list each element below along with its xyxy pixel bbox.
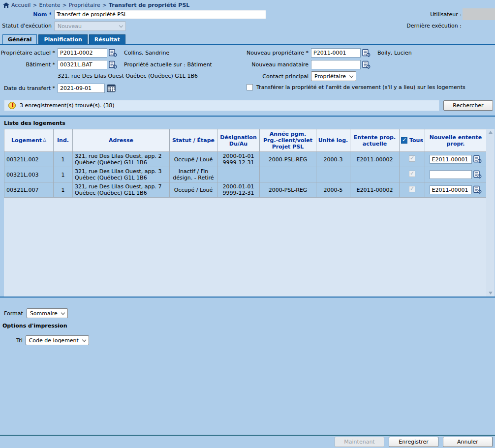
nom-label: Nom * [0, 11, 52, 18]
annuler-button[interactable]: Annuler [443, 437, 493, 447]
cell-designation: 2000-01-01 9999-12-31 [217, 182, 260, 198]
lookup-icon[interactable] [108, 49, 118, 58]
batiment-input[interactable] [58, 60, 107, 69]
cell-designation: 2000-01-01 9999-12-31 [217, 152, 260, 167]
statut-execution-select: Nouveau [54, 21, 126, 31]
breadcrumb: Accueil > Entente > Propriétaire > Trans… [3, 2, 189, 8]
col-header-annee-pgm[interactable]: Année pgm. Prg.-client/volet Projet PSL [260, 129, 316, 152]
message-text: 3 enregistrement(s) trouvé(s). (38) [20, 102, 114, 109]
nouveau-proprietaire-input[interactable] [311, 48, 361, 58]
cell-selection [400, 152, 425, 167]
tab-planification[interactable]: Planification [38, 34, 87, 44]
col-header-nouvelle-entente[interactable]: Nouvelle entente propr. [425, 129, 487, 152]
col-header-tous: Tous [400, 129, 425, 152]
tab-bar: Général Planification Résultat [0, 34, 495, 44]
cell-adresse: 321, rue Des Lilas Ouest, app. 3 Québec … [73, 167, 170, 182]
cell-unite: 2000-3 [316, 152, 350, 167]
statut-execution-label: Statut d'exécution [0, 23, 52, 29]
format-select[interactable]: Sommaire [27, 308, 68, 318]
cell-ind: 1 [54, 152, 73, 167]
nouvelle-entente-input[interactable] [430, 185, 472, 194]
scroll-up-icon[interactable] [489, 131, 493, 134]
col-header-logement[interactable]: Logement△ [4, 129, 54, 152]
date-transfert-input[interactable] [58, 84, 105, 93]
proprietaire-actuel-input[interactable] [58, 48, 107, 58]
col-header-ind[interactable]: Ind. [54, 129, 73, 152]
lookup-icon[interactable] [473, 185, 482, 194]
cell-unite [316, 167, 350, 182]
cell-statut: Occupé / Loué [170, 152, 217, 167]
cell-statut: Occupé / Loué [170, 182, 217, 198]
contact-principal-label: Contact principal [245, 73, 309, 80]
section-divider [0, 297, 495, 298]
logements-table-area: Logement△ Ind. Adresse Statut / Étape Dé… [4, 129, 495, 297]
cell-nouvelle-entente [425, 152, 487, 167]
cell-unite: 2000-5 [316, 182, 350, 198]
chevron-down-icon [82, 337, 86, 341]
logements-title: Liste des logements [4, 120, 495, 126]
row-checkbox [409, 171, 415, 177]
home-icon[interactable] [3, 2, 9, 8]
format-label: Format [4, 310, 23, 317]
proprietaire-actuel-label: Propriétaire actuel * [0, 50, 55, 56]
tri-select[interactable]: Code de logement [26, 335, 89, 345]
row-checkbox [409, 186, 415, 192]
date-transfert-label: Date du transfert * [0, 85, 55, 91]
lookup-icon[interactable] [362, 49, 371, 58]
breadcrumb-entente[interactable]: Entente [39, 2, 61, 8]
enregistrer-button[interactable]: Enregistrer [389, 437, 438, 447]
maintenant-button: Maintenant [335, 437, 384, 447]
chevron-down-icon [349, 73, 353, 77]
cell-annee-pgm: 2000-PSL-REG [260, 182, 316, 198]
table-scrollbar[interactable] [486, 129, 495, 297]
cell-annee-pgm: 2000-PSL-REG [260, 152, 316, 167]
cell-ind: 1 [54, 182, 73, 198]
breadcrumb-separator: > [102, 2, 107, 8]
contact-principal-value: Propriétaire [314, 73, 346, 80]
sort-asc-icon: △ [43, 137, 46, 142]
utilisateur-label: Utilisateur : [363, 11, 462, 18]
rechercher-button[interactable]: Rechercher [443, 100, 493, 111]
table-row: 00321L.007 1 321, rue Des Lilas Ouest, a… [4, 182, 487, 198]
col-header-adresse[interactable]: Adresse [73, 129, 170, 152]
cell-ind: 1 [54, 167, 73, 182]
message-bar: 3 enregistrement(s) trouvé(s). (38) [4, 100, 439, 111]
tab-resultat[interactable]: Résultat [89, 34, 125, 44]
breadcrumb-proprietaire[interactable]: Propriétaire [69, 2, 100, 8]
cell-logement: 00321L.003 [4, 167, 54, 182]
section-divider [0, 116, 495, 117]
nouveau-mandataire-input[interactable] [311, 60, 361, 69]
lookup-icon[interactable] [362, 60, 371, 69]
chevron-down-icon [119, 23, 123, 27]
cell-nouvelle-entente [425, 182, 487, 198]
nom-input[interactable] [54, 10, 266, 19]
table-row: 00321L.002 1 321, rue Des Lilas Ouest, a… [4, 152, 487, 167]
lookup-icon[interactable] [473, 155, 482, 164]
col-header-statut-etape[interactable]: Statut / Étape [170, 129, 217, 152]
lookup-icon[interactable] [108, 60, 118, 69]
statut-execution-value: Nouveau [58, 23, 82, 30]
cell-selection [400, 182, 425, 198]
scroll-down-icon[interactable] [489, 292, 493, 295]
tab-general[interactable]: Général [2, 34, 37, 44]
nouvelle-entente-input[interactable] [430, 170, 472, 179]
cell-annee-pgm [260, 167, 316, 182]
col-header-unite-log[interactable]: Unité log. [316, 129, 350, 152]
col-header-entente-actuelle[interactable]: Entente prop. actuelle [350, 129, 400, 152]
cell-adresse: 321, rue Des Lilas Ouest, app. 2 Québec … [73, 152, 170, 167]
breadcrumb-separator: > [32, 2, 37, 8]
cell-selection [400, 167, 425, 182]
transfert-checkbox[interactable] [247, 84, 253, 90]
format-value: Sommaire [30, 310, 58, 317]
batiment-adresse: 321, rue Des Lilas Ouest Québec (Québec)… [58, 73, 198, 79]
nouveau-proprietaire-label: Nouveau propriétaire * [245, 50, 309, 56]
tous-checkbox[interactable] [401, 137, 407, 144]
lookup-icon[interactable] [473, 170, 482, 179]
breadcrumb-accueil[interactable]: Accueil [11, 2, 31, 8]
nouvelle-entente-input[interactable] [430, 155, 472, 164]
cell-entente [350, 167, 400, 182]
calendar-icon[interactable] [107, 84, 116, 92]
cell-designation [217, 167, 260, 182]
col-header-designation[interactable]: Désignation Du/Au [217, 129, 260, 152]
contact-principal-select[interactable]: Propriétaire [311, 71, 356, 81]
